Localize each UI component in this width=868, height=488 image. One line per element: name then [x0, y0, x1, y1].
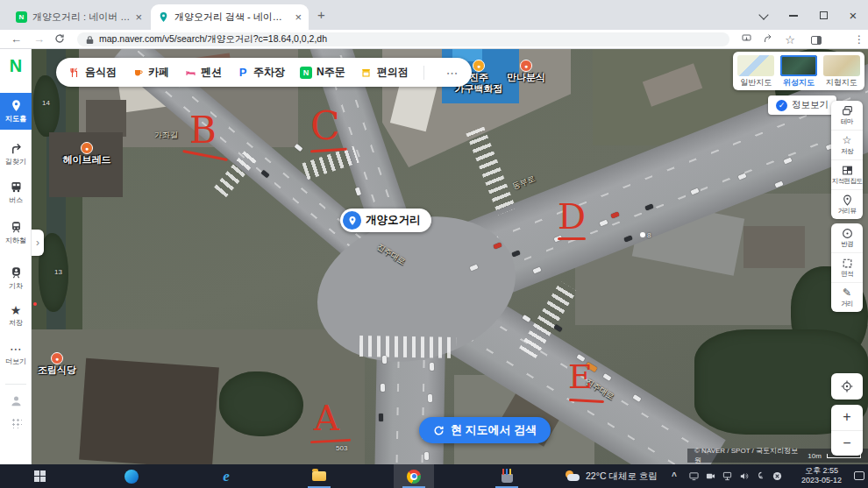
- taskbar-chrome-active[interactable]: [394, 464, 434, 488]
- panel-expand-button[interactable]: ›: [32, 230, 44, 256]
- person-icon: [10, 394, 23, 407]
- network-pc-icon[interactable]: [722, 471, 732, 481]
- action-center-icon[interactable]: [854, 471, 864, 480]
- tool-area[interactable]: 면적: [831, 252, 863, 282]
- tool-save[interactable]: ☆ 저장: [831, 130, 863, 159]
- annotation-letter-c: C: [310, 103, 340, 148]
- train-icon: [10, 266, 23, 279]
- bakery-poi-icon: ●: [81, 142, 93, 154]
- restore-button[interactable]: [808, 9, 838, 21]
- tab-naver-map[interactable]: 개양오거리 검색 - 네이버 지도 ×: [151, 4, 309, 30]
- tool-radius[interactable]: 반경: [831, 223, 863, 252]
- search-this-area-button[interactable]: 현 지도에서 검색: [419, 417, 551, 443]
- car: [379, 414, 383, 421]
- poi-jorim[interactable]: ● 조림식당: [32, 352, 82, 376]
- sidebar-item-directions[interactable]: 길찾기: [0, 142, 32, 166]
- bus-icon: [10, 180, 23, 194]
- category-cafe[interactable]: 카페: [132, 65, 169, 80]
- tab-naver-search[interactable]: N 개양오거리 : 네이버 통합검색 ×: [9, 5, 149, 28]
- turn-right-arrow-icon: [10, 142, 23, 155]
- current-location-button[interactable]: [831, 373, 863, 400]
- category-filter-bar: 음식점 카페 펜션 P 주차장 N N주문: [56, 58, 472, 87]
- category-convenience[interactable]: 편의점: [360, 65, 409, 80]
- map-type-terrain[interactable]: 지형지도: [820, 53, 863, 88]
- restaurant-poi-icon: ●: [51, 352, 63, 364]
- lock-icon: [86, 35, 94, 45]
- address-bar[interactable]: map.naver.com/v5/search/개양오거리?c=18.64,0,…: [77, 32, 729, 46]
- install-icon[interactable]: [739, 33, 753, 46]
- taskbar-edge[interactable]: [118, 464, 145, 488]
- category-norder[interactable]: N N주문: [300, 65, 345, 80]
- camera-icon[interactable]: [706, 471, 715, 481]
- close-button[interactable]: ×: [838, 8, 868, 23]
- taskbar-explorer[interactable]: [306, 464, 332, 488]
- cadastral-map-icon: [842, 165, 853, 176]
- open-app-indicator: [402, 486, 425, 488]
- windows-logo-icon: [34, 470, 46, 482]
- tool-cadastral[interactable]: 지적편집도: [831, 159, 863, 189]
- tray-chevron[interactable]: ^: [672, 464, 677, 488]
- naver-logo[interactable]: N: [0, 56, 32, 76]
- taskbar-clock[interactable]: 오후 2:55 2023-05-12: [793, 466, 850, 486]
- address-dot: [640, 232, 645, 237]
- start-button[interactable]: [26, 464, 53, 488]
- kebab-menu-icon[interactable]: ⋮: [852, 33, 866, 46]
- poi-heybread[interactable]: ● 헤이브레드: [58, 142, 116, 166]
- sidebar-item-more[interactable]: ⋯ 더보기: [0, 343, 32, 366]
- sidebar-item-maphome[interactable]: 지도홈: [0, 93, 32, 130]
- new-tab-button[interactable]: +: [317, 7, 325, 22]
- tab-close-icon[interactable]: ×: [135, 11, 142, 23]
- zoom-in-button[interactable]: +: [831, 405, 863, 431]
- category-parking[interactable]: P 주차장: [237, 65, 285, 80]
- taskbar-ie[interactable]: e: [213, 464, 239, 488]
- system-tray: [689, 464, 782, 488]
- tool-theme[interactable]: 테마: [831, 101, 863, 130]
- sidebar-item-subway[interactable]: 지하철: [0, 221, 32, 245]
- terrain-map-thumbnail: [823, 55, 860, 76]
- forward-button[interactable]: →: [33, 32, 45, 46]
- display-icon[interactable]: [689, 471, 699, 481]
- annotation-letter-d: D: [558, 196, 586, 237]
- sidebar-item-bus[interactable]: 버스: [0, 180, 32, 205]
- map-type-normal[interactable]: 일반지도: [735, 53, 778, 88]
- tool-distance[interactable]: ✎ 거리: [831, 282, 863, 312]
- zoom-controls: + −: [831, 405, 863, 456]
- taskbar-pencil-app[interactable]: [494, 464, 520, 488]
- poi-mannabunsik[interactable]: ● 만나분식: [502, 60, 551, 83]
- divider: [423, 66, 424, 80]
- category-pension[interactable]: 펜션: [184, 65, 222, 80]
- map-pin-favicon: [158, 11, 169, 23]
- taskbar-weather[interactable]: 22°C 대체로 흐림: [565, 464, 658, 488]
- tab-close-icon[interactable]: ×: [295, 11, 302, 23]
- search-result-marker[interactable]: 개양오거리: [340, 209, 431, 232]
- car: [553, 324, 562, 332]
- screen: N 개양오거리 : 네이버 통합검색 × 개양오거리 검색 - 네이버 지도 ×…: [0, 0, 868, 488]
- minimize-button[interactable]: [779, 9, 808, 21]
- map-pin-icon: [343, 211, 361, 230]
- sidebar-apps-icon[interactable]: [0, 417, 32, 428]
- ime-hook-icon[interactable]: [756, 471, 765, 481]
- layers-icon: [842, 105, 853, 117]
- back-button[interactable]: ←: [11, 32, 22, 46]
- sidebar-profile-icon[interactable]: [0, 394, 32, 407]
- internet-explorer-icon: e: [223, 468, 230, 485]
- bookmark-star-icon[interactable]: ☆: [783, 33, 797, 46]
- reload-button[interactable]: [54, 33, 65, 47]
- grid-icon: [11, 417, 22, 428]
- map-canvas[interactable]: ● 진주 가구백화점 ● 만나분식 ● 헤이브레드 ● 조림식당 가좌길 동부로…: [32, 49, 868, 464]
- folder-icon: [312, 471, 326, 481]
- fork-icon: [68, 67, 81, 79]
- map-type-satellite[interactable]: 위성지도: [778, 53, 821, 88]
- speaker-icon[interactable]: [739, 471, 749, 481]
- tool-roadview[interactable]: 거리뷰: [831, 189, 863, 219]
- sidebar-item-train[interactable]: 기차: [0, 266, 32, 291]
- category-more-button[interactable]: ⋯: [439, 66, 466, 80]
- zoom-out-button[interactable]: −: [831, 431, 863, 456]
- category-restaurant[interactable]: 음식점: [68, 65, 117, 80]
- tab-search-icon[interactable]: [749, 9, 779, 21]
- close-circle-icon[interactable]: [772, 471, 782, 481]
- share-icon[interactable]: [761, 33, 775, 46]
- side-panel-icon[interactable]: [809, 35, 823, 47]
- sidebar-item-save[interactable]: ★ 저장: [0, 304, 32, 328]
- info-view-chip[interactable]: ✓ 정보보기: [768, 95, 836, 115]
